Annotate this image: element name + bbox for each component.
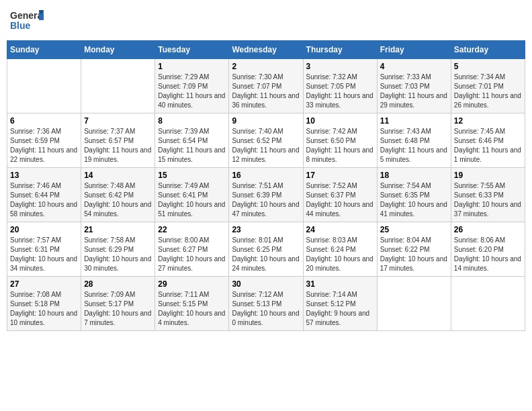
calendar-cell: 31Sunrise: 7:14 AMSunset: 5:12 PMDayligh… (303, 277, 377, 331)
calendar-cell: 11Sunrise: 7:43 AMSunset: 6:48 PMDayligh… (377, 113, 451, 168)
day-info: Sunrise: 7:52 AMSunset: 6:37 PMDaylight:… (306, 181, 374, 219)
day-number: 30 (232, 279, 300, 289)
day-number: 31 (306, 279, 374, 289)
calendar-week-row: 13Sunrise: 7:46 AMSunset: 6:44 PMDayligh… (7, 168, 525, 222)
day-number: 4 (380, 62, 448, 71)
calendar-cell: 22Sunrise: 8:00 AMSunset: 6:27 PMDayligh… (155, 222, 229, 277)
day-info: Sunrise: 7:48 AMSunset: 6:42 PMDaylight:… (84, 181, 152, 219)
calendar-cell: 19Sunrise: 7:55 AMSunset: 6:33 PMDayligh… (451, 168, 525, 222)
calendar-day-header: Monday (81, 41, 155, 59)
calendar-week-row: 20Sunrise: 7:57 AMSunset: 6:31 PMDayligh… (7, 222, 525, 277)
day-number: 23 (232, 225, 300, 234)
day-info: Sunrise: 7:37 AMSunset: 6:57 PMDaylight:… (84, 127, 152, 165)
calendar-cell: 23Sunrise: 8:01 AMSunset: 6:25 PMDayligh… (229, 222, 303, 277)
day-number: 29 (158, 279, 226, 289)
calendar-week-row: 1Sunrise: 7:29 AMSunset: 7:09 PMDaylight… (7, 59, 525, 113)
calendar-cell: 17Sunrise: 7:52 AMSunset: 6:37 PMDayligh… (303, 168, 377, 222)
calendar-cell: 2Sunrise: 7:30 AMSunset: 7:07 PMDaylight… (229, 59, 303, 113)
day-number: 8 (158, 116, 226, 126)
day-number: 5 (454, 62, 522, 71)
day-info: Sunrise: 7:36 AMSunset: 6:59 PMDaylight:… (10, 127, 78, 165)
day-info: Sunrise: 8:01 AMSunset: 6:25 PMDaylight:… (232, 236, 300, 273)
day-info: Sunrise: 7:49 AMSunset: 6:41 PMDaylight:… (158, 181, 226, 219)
calendar-day-header: Wednesday (229, 41, 303, 59)
day-number: 15 (158, 171, 226, 180)
day-number: 21 (84, 225, 152, 234)
day-number: 27 (10, 279, 78, 289)
calendar-cell: 6Sunrise: 7:36 AMSunset: 6:59 PMDaylight… (7, 113, 81, 168)
day-info: Sunrise: 7:54 AMSunset: 6:35 PMDaylight:… (380, 181, 448, 219)
day-number: 24 (306, 225, 374, 234)
calendar-day-header: Thursday (303, 41, 377, 59)
calendar-week-row: 6Sunrise: 7:36 AMSunset: 6:59 PMDaylight… (7, 113, 525, 168)
day-number: 14 (84, 171, 152, 180)
day-info: Sunrise: 7:34 AMSunset: 7:01 PMDaylight:… (454, 73, 522, 110)
svg-text:Blue: Blue (10, 20, 31, 31)
day-number: 7 (84, 116, 152, 126)
page-header: General Blue (7, 7, 525, 34)
logo-icon: General Blue (10, 7, 44, 34)
day-number: 25 (380, 225, 448, 234)
day-info: Sunrise: 7:55 AMSunset: 6:33 PMDaylight:… (454, 181, 522, 219)
day-number: 28 (84, 279, 152, 289)
day-info: Sunrise: 7:39 AMSunset: 6:54 PMDaylight:… (158, 127, 226, 165)
calendar-cell: 16Sunrise: 7:51 AMSunset: 6:39 PMDayligh… (229, 168, 303, 222)
calendar-cell: 3Sunrise: 7:32 AMSunset: 7:05 PMDaylight… (303, 59, 377, 113)
calendar-cell: 26Sunrise: 8:06 AMSunset: 6:20 PMDayligh… (451, 222, 525, 277)
calendar-cell: 13Sunrise: 7:46 AMSunset: 6:44 PMDayligh… (7, 168, 81, 222)
day-number: 6 (10, 116, 78, 126)
svg-text:General: General (10, 10, 44, 21)
calendar-cell: 21Sunrise: 7:58 AMSunset: 6:29 PMDayligh… (81, 222, 155, 277)
logo: General Blue (10, 7, 44, 34)
day-number: 16 (232, 171, 300, 180)
day-info: Sunrise: 8:03 AMSunset: 6:24 PMDaylight:… (306, 236, 374, 273)
day-number: 12 (454, 116, 522, 126)
day-info: Sunrise: 7:33 AMSunset: 7:03 PMDaylight:… (380, 73, 448, 110)
day-info: Sunrise: 7:45 AMSunset: 6:46 PMDaylight:… (454, 127, 522, 165)
day-number: 19 (454, 171, 522, 180)
calendar-day-header: Saturday (451, 41, 525, 59)
calendar-cell (81, 59, 155, 113)
calendar-cell: 4Sunrise: 7:33 AMSunset: 7:03 PMDaylight… (377, 59, 451, 113)
calendar-cell (377, 277, 451, 331)
calendar-header-row: SundayMondayTuesdayWednesdayThursdayFrid… (7, 41, 525, 59)
calendar-day-header: Tuesday (155, 41, 229, 59)
calendar-cell: 5Sunrise: 7:34 AMSunset: 7:01 PMDaylight… (451, 59, 525, 113)
calendar-week-row: 27Sunrise: 7:08 AMSunset: 5:18 PMDayligh… (7, 277, 525, 331)
day-info: Sunrise: 7:11 AMSunset: 5:15 PMDaylight:… (158, 290, 226, 328)
calendar-cell: 24Sunrise: 8:03 AMSunset: 6:24 PMDayligh… (303, 222, 377, 277)
calendar-cell: 14Sunrise: 7:48 AMSunset: 6:42 PMDayligh… (81, 168, 155, 222)
day-info: Sunrise: 7:58 AMSunset: 6:29 PMDaylight:… (84, 236, 152, 273)
day-number: 17 (306, 171, 374, 180)
day-info: Sunrise: 7:42 AMSunset: 6:50 PMDaylight:… (306, 127, 374, 165)
day-info: Sunrise: 8:06 AMSunset: 6:20 PMDaylight:… (454, 236, 522, 273)
day-info: Sunrise: 7:30 AMSunset: 7:07 PMDaylight:… (232, 73, 300, 110)
day-number: 26 (454, 225, 522, 234)
day-number: 20 (10, 225, 78, 234)
day-info: Sunrise: 7:46 AMSunset: 6:44 PMDaylight:… (10, 181, 78, 219)
calendar-cell: 9Sunrise: 7:40 AMSunset: 6:52 PMDaylight… (229, 113, 303, 168)
calendar-day-header: Friday (377, 41, 451, 59)
calendar-cell: 18Sunrise: 7:54 AMSunset: 6:35 PMDayligh… (377, 168, 451, 222)
day-info: Sunrise: 7:12 AMSunset: 5:13 PMDaylight:… (232, 290, 300, 328)
day-number: 3 (306, 62, 374, 71)
calendar-cell (451, 277, 525, 331)
day-number: 10 (306, 116, 374, 126)
day-number: 22 (158, 225, 226, 234)
calendar-cell: 15Sunrise: 7:49 AMSunset: 6:41 PMDayligh… (155, 168, 229, 222)
day-info: Sunrise: 7:29 AMSunset: 7:09 PMDaylight:… (158, 73, 226, 110)
day-info: Sunrise: 7:57 AMSunset: 6:31 PMDaylight:… (10, 236, 78, 273)
calendar-cell: 25Sunrise: 8:04 AMSunset: 6:22 PMDayligh… (377, 222, 451, 277)
calendar-cell: 30Sunrise: 7:12 AMSunset: 5:13 PMDayligh… (229, 277, 303, 331)
day-info: Sunrise: 7:08 AMSunset: 5:18 PMDaylight:… (10, 290, 78, 328)
day-info: Sunrise: 7:32 AMSunset: 7:05 PMDaylight:… (306, 73, 374, 110)
calendar-cell: 12Sunrise: 7:45 AMSunset: 6:46 PMDayligh… (451, 113, 525, 168)
day-number: 1 (158, 62, 226, 71)
calendar-cell: 7Sunrise: 7:37 AMSunset: 6:57 PMDaylight… (81, 113, 155, 168)
day-number: 13 (10, 171, 78, 180)
day-info: Sunrise: 7:14 AMSunset: 5:12 PMDaylight:… (306, 290, 374, 328)
calendar-cell (7, 59, 81, 113)
calendar-cell: 10Sunrise: 7:42 AMSunset: 6:50 PMDayligh… (303, 113, 377, 168)
calendar-cell: 1Sunrise: 7:29 AMSunset: 7:09 PMDaylight… (155, 59, 229, 113)
calendar-cell: 8Sunrise: 7:39 AMSunset: 6:54 PMDaylight… (155, 113, 229, 168)
